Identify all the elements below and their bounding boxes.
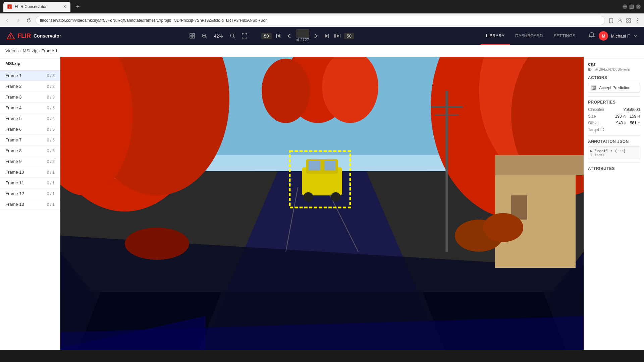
right-panel: car ID: nRDlFLqN7DJBfryerE Actions Accep… [584, 57, 644, 350]
frame-count: 0 / 5 [47, 127, 55, 132]
window-controls [623, 4, 641, 9]
svg-rect-7 [627, 18, 628, 20]
svg-rect-61 [324, 161, 336, 171]
reload-button[interactable] [25, 16, 33, 24]
app-logo[interactable]: FLIR Conservator [7, 33, 61, 40]
classifier-label: Classifier [588, 107, 604, 112]
frame-name: Frame 3 [5, 95, 21, 100]
svg-point-6 [619, 19, 621, 21]
classifier-row: Classifier Yolo9000 [588, 107, 640, 112]
tab-close-button[interactable]: ✕ [63, 4, 66, 9]
size-h-unit: H [637, 114, 640, 118]
frame-step-left[interactable]: 50 [261, 33, 271, 39]
frame-step-right[interactable]: 50 [344, 33, 354, 39]
svg-rect-76 [593, 88, 594, 89]
svg-point-42 [262, 59, 310, 123]
accept-prediction-button[interactable]: Accept Prediction [588, 83, 640, 93]
sidebar: MSI.zip Frame 10 / 3Frame 20 / 3Frame 30… [0, 57, 60, 350]
new-tab-button[interactable]: + [73, 2, 83, 11]
user-avatar: M [599, 31, 608, 41]
sidebar-item-frame-11[interactable]: Frame 110 / 1 [0, 178, 60, 188]
maximize-button[interactable] [629, 4, 634, 9]
zoom-reset-button[interactable] [228, 31, 237, 41]
svg-line-23 [206, 37, 207, 38]
sidebar-item-frame-13[interactable]: Frame 130 / 1 [0, 199, 60, 210]
sidebar-item-frame-2[interactable]: Frame 20 / 3 [0, 81, 60, 92]
tab-title: FLIR Conservator [15, 4, 60, 9]
nav-dashboard[interactable]: DASHBOARD [510, 27, 548, 45]
sidebar-item-frame-4[interactable]: Frame 40 / 6 [0, 103, 60, 113]
play-sequence-button[interactable] [333, 32, 341, 40]
header-toolbar: 42% 50 1 of 2727 [69, 29, 472, 42]
panel-divider-2 [588, 135, 640, 136]
tab-favicon: F [7, 4, 12, 9]
breadcrumb-msi[interactable]: MSI.zip [23, 48, 37, 53]
chevron-down-icon [633, 34, 637, 38]
first-frame-button[interactable] [274, 32, 282, 40]
breadcrumb: Videos › MSI.zip › Frame 1 [0, 45, 644, 57]
nav-settings[interactable]: SETTINGS [548, 27, 581, 45]
last-frame-button[interactable] [323, 32, 331, 40]
bookmark-icon[interactable] [608, 17, 614, 24]
next-frame-button[interactable] [312, 32, 320, 40]
offset-x-value: 940 [616, 121, 623, 125]
prev-frame-button[interactable] [285, 32, 293, 40]
frame-name: Frame 2 [5, 84, 21, 89]
svg-rect-75 [593, 86, 595, 87]
breadcrumb-videos[interactable]: Videos [5, 48, 19, 53]
size-w-value: 193 [615, 114, 622, 119]
menu-icon[interactable] [634, 17, 641, 24]
sidebar-item-frame-1[interactable]: Frame 10 / 3 [0, 70, 60, 81]
minimize-button[interactable] [623, 4, 627, 9]
zoom-out-button[interactable] [200, 31, 209, 41]
close-button[interactable] [636, 4, 641, 9]
extensions-icon[interactable] [625, 17, 632, 24]
sidebar-item-frame-8[interactable]: Frame 80 / 5 [0, 145, 60, 156]
frame-name: Frame 7 [5, 137, 21, 142]
app-header: FLIR Conservator 42% 50 [0, 27, 644, 45]
browser-tab[interactable]: F FLIR Conservator ✕ [3, 2, 70, 12]
sidebar-item-frame-7[interactable]: Frame 70 / 6 [0, 135, 60, 145]
frame-name: Frame 12 [5, 191, 24, 196]
offset-x-unit: X [624, 121, 626, 125]
sidebar-item-frame-6[interactable]: Frame 60 / 5 [0, 124, 60, 135]
annotation-json-preview[interactable]: ▶ "root" : {···} 2 items [588, 146, 640, 159]
canvas-image [60, 57, 584, 350]
forward-button[interactable] [14, 16, 22, 24]
frame-count: 0 / 3 [47, 84, 55, 89]
sidebar-item-frame-10[interactable]: Frame 100 / 1 [0, 167, 60, 178]
frame-count: 0 / 4 [47, 116, 55, 121]
back-button[interactable] [3, 16, 11, 24]
svg-rect-65 [495, 155, 584, 175]
user-menu-button[interactable]: M Michael F. [599, 31, 637, 41]
offset-label: Offset [588, 121, 599, 125]
fullscreen-button[interactable] [240, 31, 249, 41]
sidebar-item-frame-9[interactable]: Frame 90 / 2 [0, 156, 60, 167]
offset-y-unit: Y [638, 121, 640, 125]
svg-rect-17 [190, 34, 192, 36]
app-nav: LIBRARY DASHBOARD SETTINGS [481, 27, 581, 45]
svg-point-16 [10, 38, 11, 39]
sidebar-item-frame-5[interactable]: Frame 50 / 4 [0, 113, 60, 124]
logo-flir: FLIR [17, 33, 31, 40]
accept-prediction-label: Accept Prediction [599, 85, 630, 90]
json-expand-icon[interactable]: ▶ [590, 149, 593, 153]
logo-conservator: Conservator [34, 33, 61, 39]
canvas-container[interactable] [60, 57, 584, 350]
address-icons [608, 17, 641, 24]
svg-rect-60 [308, 161, 320, 171]
grid-view-button[interactable] [187, 31, 197, 41]
browser-chrome: F FLIR Conservator ✕ + [0, 0, 644, 27]
nav-library[interactable]: LIBRARY [481, 27, 510, 45]
sidebar-item-frame-12[interactable]: Frame 120 / 1 [0, 188, 60, 199]
content-row: MSI.zip Frame 10 / 3Frame 20 / 3Frame 30… [0, 57, 644, 350]
address-bar[interactable]: flirconservator.com/videos/nkx8y5frCJFdN… [36, 16, 605, 25]
frame-number-input[interactable]: 1 [296, 29, 309, 38]
sidebar-item-frame-3[interactable]: Frame 30 / 3 [0, 92, 60, 103]
notification-button[interactable] [589, 32, 595, 40]
offset-row: Offset 940 X 561 Y [588, 121, 640, 125]
svg-line-25 [234, 37, 235, 38]
frame-name: Frame 5 [5, 116, 21, 121]
profile-icon[interactable] [616, 17, 623, 24]
svg-point-71 [125, 228, 189, 260]
